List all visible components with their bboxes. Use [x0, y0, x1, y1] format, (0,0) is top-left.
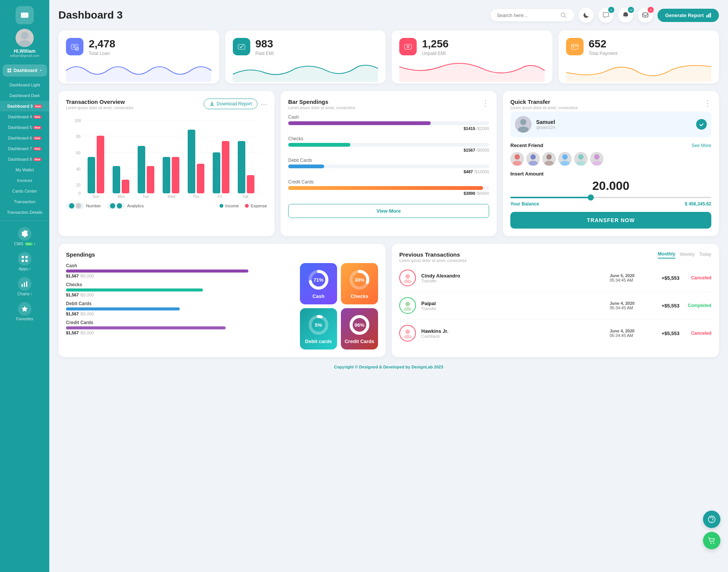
- svg-text:96%: 96%: [355, 322, 364, 328]
- svg-point-64: [529, 161, 538, 166]
- friend-avatar-4[interactable]: [558, 152, 572, 166]
- bottom-row: Spendings Cash $1,567 /$5,000 Checks $1,…: [58, 244, 719, 357]
- svg-line-16: [565, 16, 566, 18]
- view-more-button[interactable]: View More: [288, 204, 489, 218]
- transfer-user-row: Samuel @sam224: [510, 111, 711, 137]
- tx-amount-paipal: +$5,553: [653, 303, 679, 309]
- sidebar-item-transaction[interactable]: Transaction: [0, 196, 49, 207]
- sidebar-item-dashboard-light[interactable]: Dashboard Light: [0, 80, 49, 90]
- svg-rect-46: [97, 136, 104, 193]
- sidebar-item-dashboard7[interactable]: Dashboard 7 New: [0, 143, 49, 154]
- transfer-check-icon: [696, 119, 707, 130]
- transfer-now-button[interactable]: TRANSFER NOW: [510, 212, 711, 229]
- svg-rect-4: [7, 69, 9, 70]
- tx-name-hawkins: Hawkins Jr.: [421, 328, 449, 334]
- sidebar-item-mywallet[interactable]: My Wallet: [0, 165, 49, 175]
- table-row: Hawkins Jr. Cashback June 4, 2020 05:34:…: [399, 320, 711, 347]
- sidebar-item-cards-center[interactable]: Cards Center: [0, 186, 49, 196]
- svg-point-69: [578, 154, 584, 160]
- more-options-button[interactable]: ···: [260, 100, 267, 108]
- svg-rect-14: [26, 281, 27, 287]
- svg-point-72: [592, 161, 601, 166]
- new-badge: New: [34, 105, 42, 108]
- svg-rect-5: [9, 69, 11, 70]
- star-icon: [18, 302, 31, 316]
- svg-point-67: [562, 154, 568, 160]
- moon-toggle-btn[interactable]: [579, 8, 594, 23]
- tx-amount-cindy: +$5,553: [653, 275, 679, 281]
- amount-slider[interactable]: [510, 197, 711, 198]
- sidebar-logo[interactable]: [16, 6, 34, 24]
- chart-icon: [18, 277, 31, 291]
- svg-text:Mon: Mon: [118, 194, 125, 198]
- svg-point-68: [560, 161, 570, 166]
- bell-btn[interactable]: 12: [618, 8, 633, 23]
- svg-text:5%: 5%: [315, 322, 322, 328]
- svg-point-65: [546, 154, 552, 160]
- friend-avatar-2[interactable]: [526, 152, 540, 166]
- stat-label-total-loan: Total Loan: [89, 51, 115, 56]
- sidebar-dashboard-dropdown[interactable]: Dashboard: [3, 64, 47, 77]
- fab-support-button[interactable]: [703, 511, 720, 528]
- sidebar-item-apps[interactable]: Apps ›: [0, 249, 49, 274]
- svg-rect-48: [122, 180, 129, 193]
- sidebar-item-favorites[interactable]: Favorites: [0, 299, 49, 324]
- legend-income: Income: [220, 204, 239, 208]
- svg-point-60: [518, 127, 529, 133]
- spending-list: Cash $1,567 /$5,000 Checks $1,567 /$5,00…: [66, 263, 294, 349]
- svg-rect-54: [197, 164, 204, 193]
- tab-weekly[interactable]: Weekly: [680, 252, 695, 258]
- sidebar-item-dashboard-dark[interactable]: Dashboard Dark: [0, 90, 49, 101]
- tab-today[interactable]: Today: [699, 252, 711, 258]
- message-btn[interactable]: 5: [638, 8, 653, 23]
- tab-monthly[interactable]: Monthly: [658, 251, 675, 259]
- tx-date-paipal: June 4, 2020 05:34:45 AM: [610, 301, 648, 310]
- search-box[interactable]: [491, 9, 574, 21]
- stat-card-unpaid-emi: 1,256 Unpaid EMI: [392, 30, 552, 83]
- chart-legend: Number Analytics Income Expense: [66, 202, 267, 209]
- search-input[interactable]: [497, 13, 557, 18]
- chat-btn[interactable]: 2: [598, 8, 613, 23]
- sidebar-item-charts[interactable]: Charts ›: [0, 274, 49, 299]
- svg-point-86: [404, 279, 411, 283]
- friend-avatar-1[interactable]: [510, 152, 524, 166]
- insert-amount-label: Insert Amount: [510, 171, 711, 177]
- page-title: Dashboard 3: [58, 9, 123, 21]
- tx-name-cindy: Cindy Alexandro: [421, 273, 460, 279]
- svg-point-3: [19, 40, 31, 47]
- sidebar-item-dashboard6[interactable]: Dashboard 6 New: [0, 133, 49, 143]
- spendings-title: Spendings: [66, 251, 378, 258]
- svg-text:20: 20: [76, 183, 81, 187]
- svg-text:Sun: Sun: [93, 194, 99, 198]
- spendings-bottom-card: Spendings Cash $1,567 /$5,000 Checks $1,…: [58, 244, 386, 357]
- transfer-user-handle: @sam224: [536, 125, 555, 130]
- download-report-button[interactable]: Download Report: [204, 99, 258, 109]
- sidebar-item-invoices[interactable]: Invoices: [0, 175, 49, 186]
- sidebar-item-transaction-details[interactable]: Transaction Details: [0, 207, 49, 218]
- sidebar-item-dashboard5[interactable]: Dashboard 5 New: [0, 122, 49, 133]
- svg-point-92: [711, 521, 712, 522]
- quick-transfer-more-button[interactable]: ⋮: [704, 99, 711, 108]
- grid-icon: [18, 252, 31, 266]
- generate-report-button[interactable]: Generate Report: [657, 9, 719, 22]
- see-more-link[interactable]: See More: [692, 143, 711, 148]
- chat-icon: [602, 12, 609, 19]
- bar-spendings-more-button[interactable]: ⋮: [482, 99, 489, 108]
- svg-rect-20: [710, 13, 711, 17]
- stat-card-total-loan: 2,478 Total Loan: [58, 30, 219, 83]
- fab-cart-button[interactable]: [703, 532, 720, 549]
- svg-rect-25: [571, 44, 578, 49]
- friend-avatar-6[interactable]: [590, 152, 604, 166]
- sidebar-item-dashboard8[interactable]: Dashboard 8 New: [0, 154, 49, 165]
- spending-item-checks: Checks $1567 /$5000: [288, 136, 489, 152]
- sidebar-item-cms[interactable]: CMS New ›: [0, 224, 49, 249]
- tx-amount-hawkins: +$5,553: [653, 331, 679, 336]
- friend-avatar-3[interactable]: [542, 152, 556, 166]
- transaction-overview-title: Transaction Overview: [66, 99, 133, 105]
- sidebar-item-dashboard4[interactable]: Dashboard 4 New: [0, 111, 49, 122]
- transaction-overview-subtitle: Lorem ipsum dolor sit amet, consectetur: [66, 106, 133, 110]
- tx-status-cindy: Canceled: [685, 275, 711, 281]
- spending-list-checks: Checks $1,567 /$5,000: [66, 282, 294, 297]
- friend-avatar-5[interactable]: [574, 152, 588, 166]
- sidebar-item-dashboard3[interactable]: Dashboard 3 New: [0, 101, 49, 111]
